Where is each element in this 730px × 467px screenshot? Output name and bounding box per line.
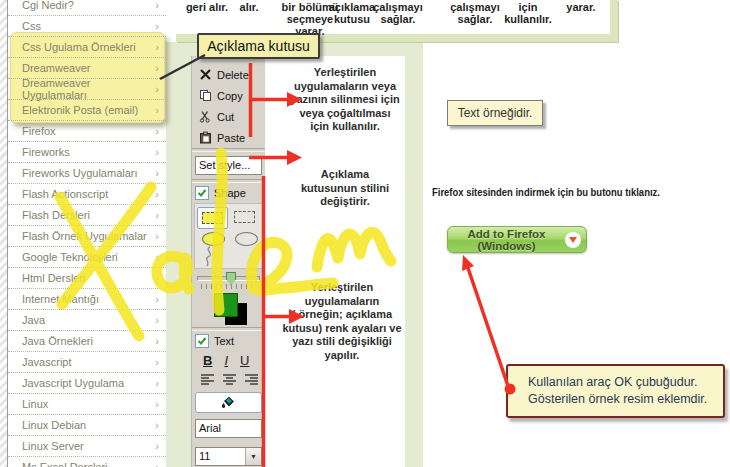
outline-rect-icon — [234, 211, 255, 223]
squiggle-tool-button[interactable] — [203, 246, 217, 268]
sidebar-item[interactable]: Firefox› — [8, 121, 166, 142]
outline-ellipse-tool-button[interactable] — [235, 232, 258, 246]
fill-color-button[interactable] — [195, 392, 262, 413]
add-to-firefox-button[interactable]: Add to Firefox (Windows) — [447, 226, 587, 253]
sidebar: Cgi Nedir?› Css› Css Ugulama Örnekleri› … — [8, 0, 166, 467]
paint-bucket-icon — [220, 396, 237, 409]
outline-rect-tool-button[interactable] — [230, 207, 258, 227]
sidebar-item[interactable]: Dreamweaver› — [8, 58, 166, 79]
red-arrow-shaft — [468, 268, 508, 386]
sidebar-item[interactable]: Cgi Nedir?› — [8, 0, 166, 16]
add-to-firefox-dropdown[interactable] — [565, 232, 581, 248]
filled-ellipse-tool-button[interactable] — [202, 232, 225, 246]
left-stripe-pattern — [0, 0, 8, 467]
sidebar-item[interactable]: Elektronik Posta (email)› — [8, 100, 166, 121]
text-checkbox[interactable] — [195, 334, 209, 348]
chevron-right-icon: › — [155, 42, 159, 52]
annotation-color-settings: Yerleştirilen uygulamaların (.örneğin; a… — [271, 281, 413, 362]
toolbox-menu: Delete Copy Cut Paste — [192, 56, 265, 148]
chevron-right-icon: › — [155, 420, 159, 430]
chevron-right-icon: › — [155, 63, 159, 73]
chevron-right-icon: › — [155, 147, 159, 157]
italic-button[interactable]: I — [224, 353, 228, 368]
chevron-right-icon: › — [155, 462, 159, 467]
chevron-down-icon[interactable]: ▼ — [245, 448, 261, 465]
sidebar-item[interactable]: Internet Mantığı› — [8, 289, 166, 310]
chevron-right-icon: › — [155, 168, 159, 178]
sidebar-item[interactable]: Dreamweaver Uygulamaları› — [8, 79, 166, 100]
sidebar-item[interactable]: Css Ugulama Örnekleri› — [8, 37, 166, 58]
filled-rect-tool-button[interactable] — [197, 207, 228, 229]
sidebar-item[interactable]: Html Dersleri› — [8, 268, 166, 289]
sidebar-item[interactable]: Linux Debian› — [8, 415, 166, 436]
filled-rect-icon — [202, 212, 223, 224]
cut-scissors-icon — [199, 110, 212, 123]
paste-menu-item[interactable]: Paste — [192, 127, 265, 148]
chevron-right-icon: › — [155, 231, 159, 241]
aciklama-kutusu-callout: Açıklama kutusu — [197, 33, 320, 59]
sidebar-item[interactable]: Linux Server› — [8, 436, 166, 457]
chevron-down-icon — [569, 237, 577, 243]
chevron-right-icon: › — [155, 315, 159, 325]
sidebar-item[interactable]: Fireworks› — [8, 142, 166, 163]
shape-checkbox[interactable] — [195, 186, 209, 200]
page: { "top_box": { "columns": [ {"lines": ["… — [0, 0, 730, 467]
tool-description-column: için kullanılır. — [497, 1, 559, 25]
font-size-value: 11 — [196, 448, 245, 465]
chevron-right-icon: › — [155, 441, 159, 451]
note-box: Kullanılan araç OK çubuğudur. Gösterilen… — [506, 364, 725, 418]
sidebar-item[interactable]: Ms Excel Dersleri› — [8, 457, 166, 467]
bold-button[interactable]: B — [203, 353, 212, 368]
shape-section-label: Shape — [214, 187, 246, 199]
chevron-right-icon: › — [155, 399, 159, 409]
sidebar-item[interactable]: Linux› — [8, 394, 166, 415]
tool-description-column: yarar. — [554, 1, 608, 13]
cut-menu-item[interactable]: Cut — [192, 106, 265, 127]
sidebar-item[interactable]: Java› — [8, 310, 166, 331]
align-right-button[interactable] — [244, 373, 259, 386]
chevron-right-icon: › — [155, 126, 159, 136]
copy-icon — [199, 89, 212, 102]
text-example-callout: Text örneğidir. — [447, 100, 543, 126]
sidebar-item[interactable]: Javascript› — [8, 352, 166, 373]
tool-description-column: çalışmayı sağlar. — [367, 1, 429, 25]
shape-fill-color-swatch[interactable] — [214, 293, 238, 317]
font-size-dropdown[interactable]: 11 ▼ — [195, 447, 262, 466]
annotation-delete-tools: Yerleştirilen uygulamaların veya yazının… — [278, 66, 412, 134]
sidebar-item[interactable]: Java Örnekleri› — [8, 331, 166, 352]
delete-x-icon — [199, 68, 212, 81]
chevron-right-icon: › — [155, 105, 159, 115]
font-family-field[interactable]: Arial — [195, 419, 262, 438]
chevron-right-icon: › — [155, 378, 159, 388]
copy-menu-item[interactable]: Copy — [192, 85, 265, 106]
sidebar-item[interactable]: Css› — [8, 16, 166, 37]
slider-ticks — [201, 284, 256, 289]
chevron-right-icon: › — [155, 0, 159, 10]
chevron-right-icon: › — [155, 294, 159, 304]
chevron-right-icon: › — [155, 273, 159, 283]
text-section-label: Text — [214, 335, 234, 347]
delete-menu-item[interactable]: Delete — [192, 64, 265, 85]
chevron-right-icon: › — [155, 84, 159, 94]
chevron-right-icon: › — [155, 252, 159, 262]
align-center-button[interactable] — [222, 373, 237, 386]
chevron-right-icon: › — [155, 357, 159, 367]
size-slider[interactable] — [197, 276, 260, 281]
set-style-field[interactable]: Set style... — [195, 156, 262, 175]
chevron-right-icon: › — [155, 189, 159, 199]
chevron-right-icon: › — [155, 21, 159, 31]
sidebar-item[interactable]: Google Teknolojileri› — [8, 247, 166, 268]
sidebar-item[interactable]: Fireworks Uygulamaları› — [8, 163, 166, 184]
sidebar-menu: Cgi Nedir?› Css› Css Ugulama Örnekleri› … — [8, 0, 166, 467]
underline-button[interactable]: U — [240, 353, 249, 368]
sidebar-item[interactable]: Flash Dersleri› — [8, 205, 166, 226]
sidebar-item[interactable]: Javascript Uygulama› — [8, 373, 166, 394]
sidebar-item[interactable]: Flash Actionscript› — [8, 184, 166, 205]
annotation-toolbox-panel: Delete Copy Cut Paste Set style... Shape — [191, 56, 265, 467]
tool-description-column: alır. — [226, 1, 272, 13]
add-to-firefox-label: Add to Firefox (Windows) — [448, 228, 565, 252]
sidebar-item[interactable]: Flash Örnek Uygulamalar› — [8, 226, 166, 247]
annotation-set-style: Açıklama kutusunun stilini değiştirir. — [283, 168, 407, 209]
firefox-instruction-label: Firefox sitesinden indirmek için bu buto… — [432, 186, 660, 198]
align-left-button[interactable] — [200, 373, 215, 386]
